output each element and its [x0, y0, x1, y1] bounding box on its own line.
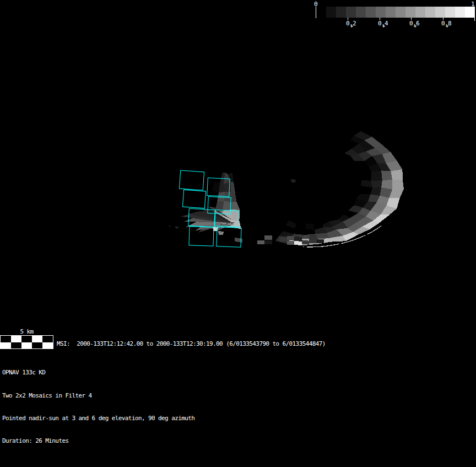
asteroid-facet: [286, 221, 297, 229]
asteroid-facet: [392, 180, 404, 190]
scale-bar-label: 5 km: [0, 328, 53, 335]
asteroid-facet: [361, 180, 372, 188]
asteroid-facet: [317, 239, 324, 244]
caption-line-2: Two 2x2 Mosaics in Filter 4: [2, 392, 194, 400]
colorbar-step: [336, 7, 346, 18]
asteroid-facet: [287, 241, 295, 245]
mosaic-footprint-5: [188, 208, 215, 227]
colorbar-plus-mark: [447, 25, 447, 28]
asteroid-facet: [371, 170, 382, 180]
asteroid-facet: [264, 240, 272, 244]
colorbar-step: [435, 7, 445, 18]
scale-bar-cell: [42, 336, 53, 342]
mosaic-footprint-6: [214, 210, 239, 227]
caption-line-4: Duration: 26 Minutes: [2, 437, 194, 445]
scale-bar-cell: [1, 336, 11, 342]
colorbar-step: [366, 7, 376, 18]
colorbar-step: [415, 7, 425, 18]
colorbar-step: [356, 7, 366, 18]
mosaic-footprint-7: [188, 226, 214, 246]
colorbar-plus-mark: [351, 25, 352, 28]
asteroid-facet: [315, 233, 329, 239]
caption-line-3: Pointed nadir-sun at 3 and 6 deg elevati…: [2, 415, 194, 422]
asteroid-facet: [381, 170, 392, 180]
scale-bar-cell: [21, 342, 32, 349]
colorbar-step: [425, 7, 435, 18]
colorbar-step: [405, 7, 415, 18]
asteroid-facet: [371, 180, 382, 187]
colorbar-step: [396, 7, 405, 18]
colorbar-step: [316, 7, 326, 18]
asteroid-facet: [371, 187, 381, 196]
colorbar-step: [445, 7, 455, 18]
viewport: 0 1 0.20.40.60.8 5 km MSI: 2000-133T12:1…: [0, 0, 476, 467]
asteroid-facet: [257, 240, 265, 244]
asteroid-facet: [175, 227, 179, 228]
mosaic-footprint-1: [179, 170, 204, 191]
asteroid-facet: [291, 179, 296, 182]
scale-bar-cell: [32, 342, 42, 349]
colorbar-step: [326, 7, 336, 18]
asteroid-facet: [294, 237, 302, 241]
colorbar-plus-mark: [415, 25, 415, 28]
mosaic-footprint-8: [216, 227, 241, 248]
colorbar-gradient: [316, 7, 475, 18]
asteroid-facet: [169, 226, 171, 227]
colorbar-max-tick: [474, 18, 475, 21]
colorbar-step: [455, 7, 465, 18]
colorbar-plus-mark: [383, 25, 384, 28]
asteroid-facet: [309, 239, 317, 243]
asteroid-facet: [391, 169, 403, 180]
colorbar-step: [465, 7, 475, 18]
colorbar-step: [376, 7, 386, 18]
asteroid-facet: [264, 235, 272, 240]
asteroid-facet: [302, 240, 310, 244]
status-line: MSI: 2000-133T12:12:42.00 to 2000-133T12…: [57, 340, 326, 348]
scale-bar-cell: [32, 336, 42, 342]
asteroid-facet: [231, 182, 235, 192]
caption-block: OPNAV 133c KD Two 2x2 Mosaics in Filter …: [2, 354, 194, 460]
colorbar-step: [346, 7, 356, 18]
scale-bar-cell: [21, 336, 32, 342]
scale-bar-cell: [1, 342, 11, 349]
mosaic-footprint-2: [207, 178, 230, 197]
scale-bar-cell: [11, 336, 21, 342]
asteroid-facet: [306, 224, 315, 230]
scale-bar-cell: [11, 342, 21, 349]
asteroid-facet: [279, 237, 287, 242]
caption-line-1: OPNAV 133c KD: [2, 369, 194, 377]
colorbar-step: [386, 7, 396, 18]
scale-bar-cell: [42, 342, 53, 349]
asteroid-facet: [230, 202, 240, 211]
mosaic-footprint-3: [182, 190, 206, 209]
asteroid-facet: [309, 235, 317, 240]
scale-bar-checker: [0, 335, 53, 349]
asteroid-facet: [287, 236, 295, 241]
